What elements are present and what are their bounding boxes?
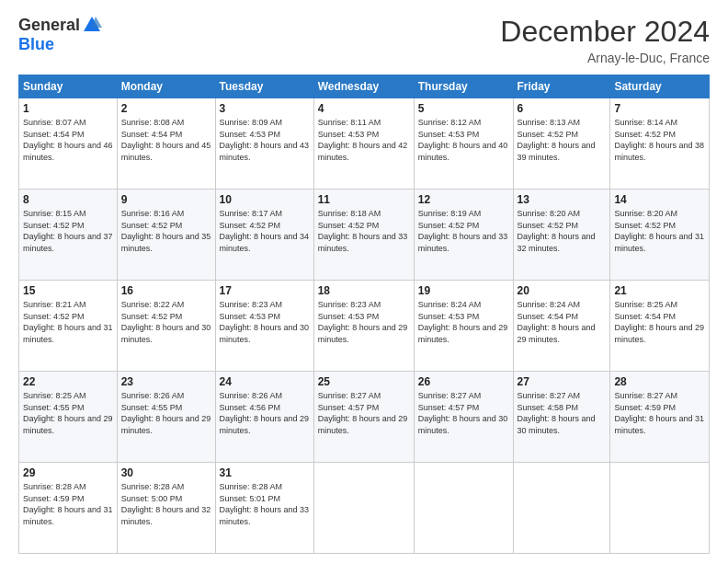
day-number: 30 <box>121 466 211 479</box>
calendar-cell: 27Sunrise: 8:27 AMSunset: 4:58 PMDayligh… <box>513 372 610 463</box>
calendar-cell: 30Sunrise: 8:28 AMSunset: 5:00 PMDayligh… <box>117 463 215 554</box>
day-number: 28 <box>614 375 705 388</box>
calendar-cell: 16Sunrise: 8:22 AMSunset: 4:52 PMDayligh… <box>117 281 215 372</box>
calendar-cell <box>513 463 610 554</box>
day-number: 24 <box>220 375 310 388</box>
day-header: Sunday <box>19 75 118 98</box>
day-info: Sunrise: 8:23 AMSunset: 4:53 PMDaylight:… <box>318 299 410 345</box>
day-info: Sunrise: 8:23 AMSunset: 4:53 PMDaylight:… <box>220 299 310 345</box>
day-info: Sunrise: 8:27 AMSunset: 4:57 PMDaylight:… <box>318 390 410 436</box>
calendar: SundayMondayTuesdayWednesdayThursdayFrid… <box>18 75 710 554</box>
day-number: 25 <box>318 375 410 388</box>
calendar-cell: 2Sunrise: 8:08 AMSunset: 4:54 PMDaylight… <box>117 98 215 190</box>
calendar-cell: 3Sunrise: 8:09 AMSunset: 4:53 PMDaylight… <box>215 98 313 190</box>
calendar-cell: 31Sunrise: 8:28 AMSunset: 5:01 PMDayligh… <box>215 463 313 554</box>
day-info: Sunrise: 8:21 AMSunset: 4:52 PMDaylight:… <box>23 299 113 345</box>
day-header: Thursday <box>414 75 513 98</box>
day-number: 14 <box>614 193 705 206</box>
logo-blue: Blue <box>18 35 54 54</box>
calendar-cell: 22Sunrise: 8:25 AMSunset: 4:55 PMDayligh… <box>19 372 118 463</box>
calendar-cell: 1Sunrise: 8:07 AMSunset: 4:54 PMDaylight… <box>19 98 118 190</box>
day-number: 2 <box>121 102 211 115</box>
day-header: Monday <box>117 75 215 98</box>
day-number: 31 <box>220 466 310 479</box>
calendar-cell: 10Sunrise: 8:17 AMSunset: 4:52 PMDayligh… <box>215 190 313 281</box>
day-number: 20 <box>518 284 607 297</box>
calendar-week: 22Sunrise: 8:25 AMSunset: 4:55 PMDayligh… <box>19 372 710 463</box>
calendar-cell: 9Sunrise: 8:16 AMSunset: 4:52 PMDaylight… <box>117 190 215 281</box>
day-number: 29 <box>23 466 113 479</box>
location: Arnay-le-Duc, France <box>500 51 710 65</box>
calendar-cell: 29Sunrise: 8:28 AMSunset: 4:59 PMDayligh… <box>19 463 118 554</box>
day-info: Sunrise: 8:26 AMSunset: 4:56 PMDaylight:… <box>220 390 310 436</box>
calendar-cell: 24Sunrise: 8:26 AMSunset: 4:56 PMDayligh… <box>215 372 313 463</box>
logo-general: General <box>18 16 80 35</box>
day-number: 16 <box>121 284 211 297</box>
calendar-header: SundayMondayTuesdayWednesdayThursdayFrid… <box>19 75 710 98</box>
day-info: Sunrise: 8:28 AMSunset: 5:00 PMDaylight:… <box>121 481 211 527</box>
calendar-cell: 7Sunrise: 8:14 AMSunset: 4:52 PMDaylight… <box>610 98 710 190</box>
month-title: December 2024 <box>500 15 710 49</box>
day-number: 26 <box>418 375 509 388</box>
day-info: Sunrise: 8:22 AMSunset: 4:52 PMDaylight:… <box>121 299 211 345</box>
day-number: 4 <box>318 102 410 115</box>
day-info: Sunrise: 8:18 AMSunset: 4:52 PMDaylight:… <box>318 208 410 254</box>
calendar-cell: 4Sunrise: 8:11 AMSunset: 4:53 PMDaylight… <box>313 98 414 190</box>
calendar-week: 1Sunrise: 8:07 AMSunset: 4:54 PMDaylight… <box>19 98 710 190</box>
day-header: Friday <box>513 75 610 98</box>
calendar-cell: 15Sunrise: 8:21 AMSunset: 4:52 PMDayligh… <box>19 281 118 372</box>
calendar-cell <box>414 463 513 554</box>
calendar-cell: 21Sunrise: 8:25 AMSunset: 4:54 PMDayligh… <box>610 281 710 372</box>
day-number: 5 <box>418 102 509 115</box>
day-info: Sunrise: 8:24 AMSunset: 4:53 PMDaylight:… <box>418 299 509 345</box>
header: General Blue December 2024 Arnay-le-Duc,… <box>18 15 710 65</box>
day-number: 13 <box>518 193 607 206</box>
day-info: Sunrise: 8:17 AMSunset: 4:52 PMDaylight:… <box>220 208 310 254</box>
day-number: 3 <box>220 102 310 115</box>
calendar-week: 8Sunrise: 8:15 AMSunset: 4:52 PMDaylight… <box>19 190 710 281</box>
calendar-cell: 11Sunrise: 8:18 AMSunset: 4:52 PMDayligh… <box>313 190 414 281</box>
day-info: Sunrise: 8:27 AMSunset: 4:58 PMDaylight:… <box>518 390 607 436</box>
calendar-cell: 19Sunrise: 8:24 AMSunset: 4:53 PMDayligh… <box>414 281 513 372</box>
day-info: Sunrise: 8:27 AMSunset: 4:59 PMDaylight:… <box>614 390 705 436</box>
calendar-week: 15Sunrise: 8:21 AMSunset: 4:52 PMDayligh… <box>19 281 710 372</box>
title-block: December 2024 Arnay-le-Duc, France <box>500 15 710 65</box>
calendar-cell: 20Sunrise: 8:24 AMSunset: 4:54 PMDayligh… <box>513 281 610 372</box>
day-info: Sunrise: 8:24 AMSunset: 4:54 PMDaylight:… <box>518 299 607 345</box>
day-number: 21 <box>614 284 705 297</box>
day-number: 11 <box>318 193 410 206</box>
day-info: Sunrise: 8:12 AMSunset: 4:53 PMDaylight:… <box>418 117 509 163</box>
day-info: Sunrise: 8:09 AMSunset: 4:53 PMDaylight:… <box>220 117 310 163</box>
calendar-cell: 6Sunrise: 8:13 AMSunset: 4:52 PMDaylight… <box>513 98 610 190</box>
day-number: 8 <box>23 193 113 206</box>
logo-icon <box>82 15 102 35</box>
calendar-cell: 26Sunrise: 8:27 AMSunset: 4:57 PMDayligh… <box>414 372 513 463</box>
day-number: 22 <box>23 375 113 388</box>
day-info: Sunrise: 8:08 AMSunset: 4:54 PMDaylight:… <box>121 117 211 163</box>
day-number: 7 <box>614 102 705 115</box>
day-number: 6 <box>518 102 607 115</box>
day-header: Wednesday <box>313 75 414 98</box>
day-info: Sunrise: 8:20 AMSunset: 4:52 PMDaylight:… <box>518 208 607 254</box>
calendar-cell: 13Sunrise: 8:20 AMSunset: 4:52 PMDayligh… <box>513 190 610 281</box>
calendar-cell: 17Sunrise: 8:23 AMSunset: 4:53 PMDayligh… <box>215 281 313 372</box>
day-info: Sunrise: 8:07 AMSunset: 4:54 PMDaylight:… <box>23 117 113 163</box>
day-info: Sunrise: 8:27 AMSunset: 4:57 PMDaylight:… <box>418 390 509 436</box>
day-header: Saturday <box>610 75 710 98</box>
day-number: 15 <box>23 284 113 297</box>
day-info: Sunrise: 8:25 AMSunset: 4:55 PMDaylight:… <box>23 390 113 436</box>
day-number: 9 <box>121 193 211 206</box>
day-info: Sunrise: 8:19 AMSunset: 4:52 PMDaylight:… <box>418 208 509 254</box>
day-info: Sunrise: 8:28 AMSunset: 5:01 PMDaylight:… <box>220 481 310 527</box>
day-info: Sunrise: 8:14 AMSunset: 4:52 PMDaylight:… <box>614 117 705 163</box>
calendar-cell: 25Sunrise: 8:27 AMSunset: 4:57 PMDayligh… <box>313 372 414 463</box>
day-info: Sunrise: 8:15 AMSunset: 4:52 PMDaylight:… <box>23 208 113 254</box>
logo: General Blue <box>18 15 102 54</box>
calendar-cell: 28Sunrise: 8:27 AMSunset: 4:59 PMDayligh… <box>610 372 710 463</box>
calendar-body: 1Sunrise: 8:07 AMSunset: 4:54 PMDaylight… <box>19 98 710 554</box>
calendar-cell: 8Sunrise: 8:15 AMSunset: 4:52 PMDaylight… <box>19 190 118 281</box>
calendar-cell <box>313 463 414 554</box>
day-number: 12 <box>418 193 509 206</box>
day-info: Sunrise: 8:11 AMSunset: 4:53 PMDaylight:… <box>318 117 410 163</box>
calendar-cell: 18Sunrise: 8:23 AMSunset: 4:53 PMDayligh… <box>313 281 414 372</box>
